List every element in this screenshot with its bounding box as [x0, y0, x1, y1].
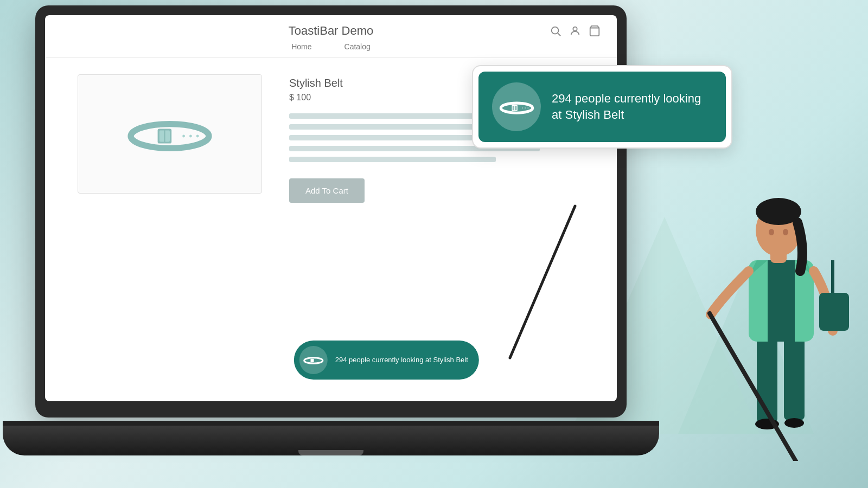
svg-line-1 — [558, 33, 560, 36]
character-figure — [705, 146, 852, 461]
search-icon[interactable] — [550, 25, 561, 37]
store-nav: ToastiBar Demo Home — [45, 15, 617, 58]
svg-point-8 — [182, 135, 185, 138]
store-nav-links: Home Catalog — [291, 42, 371, 57]
add-to-cart-button[interactable]: Add To Cart — [289, 178, 365, 203]
svg-point-19 — [521, 107, 522, 108]
laptop-base — [3, 426, 659, 455]
svg-point-0 — [552, 27, 559, 34]
store-title: ToastiBar Demo — [289, 24, 374, 38]
product-image-box — [78, 74, 262, 194]
svg-point-9 — [189, 135, 192, 138]
svg-point-10 — [196, 135, 199, 138]
toast-small-message: 294 people currently looking at Stylish … — [335, 355, 468, 365]
store-nav-icons — [550, 25, 601, 37]
belt-icon-small — [303, 354, 324, 366]
toast-small-icon — [299, 346, 328, 374]
svg-point-35 — [783, 229, 788, 235]
belt-icon-large — [499, 95, 534, 119]
toast-large-card: 294 people currently looking at Stylish … — [472, 65, 732, 149]
svg-rect-24 — [784, 331, 805, 420]
toast-notification-small: 294 people currently looking at Stylish … — [294, 341, 479, 380]
store-nav-top: ToastiBar Demo — [61, 25, 601, 37]
nav-link-home[interactable]: Home — [291, 42, 311, 51]
desc-line-5 — [289, 157, 496, 162]
laptop-notch — [298, 450, 363, 455]
toast-large-icon — [492, 82, 541, 131]
svg-point-21 — [527, 107, 528, 108]
toast-large-inner: 294 people currently looking at Stylish … — [478, 72, 726, 142]
svg-point-20 — [525, 107, 526, 108]
toast-large-message: 294 people currently looking at Stylish … — [552, 91, 701, 123]
toast-notification-large: 294 people currently looking at Stylish … — [472, 65, 732, 149]
svg-rect-28 — [768, 260, 795, 342]
svg-point-26 — [784, 418, 804, 428]
user-icon[interactable] — [569, 25, 581, 37]
belt-product-image — [126, 112, 213, 156]
svg-rect-37 — [819, 293, 849, 331]
cart-icon[interactable] — [589, 25, 601, 37]
svg-point-34 — [769, 229, 774, 235]
nav-link-catalog[interactable]: Catalog — [344, 42, 371, 51]
svg-point-2 — [573, 27, 577, 31]
